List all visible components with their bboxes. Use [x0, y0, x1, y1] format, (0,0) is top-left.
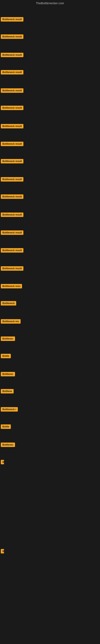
bottleneck-item[interactable]: Bottlenec [1, 372, 15, 377]
bottleneck-badge: Bottlenec [1, 372, 15, 376]
bottleneck-item[interactable]: Bottleneck result [1, 70, 23, 75]
bottleneck-badge: Bottleneck result [1, 194, 23, 199]
bottleneck-item[interactable]: Bottleneck result [1, 106, 23, 111]
bottleneck-badge: Bottleneck result [1, 248, 23, 252]
bottleneck-item[interactable]: Bottleneck result [1, 17, 23, 22]
bottleneck-badge: Bottlene [1, 389, 14, 394]
bottleneck-badge: Bottleneck result [1, 124, 23, 128]
bottleneck-badge: Bottleneck result [1, 142, 23, 146]
bottleneck-badge: Bottleneck result [1, 88, 23, 93]
bottleneck-item[interactable]: Bottleneck r [1, 407, 18, 412]
items-container: Bottleneck resultBottleneck resultBottle… [0, 6, 100, 644]
bottleneck-badge: Bottleneck result [1, 230, 23, 235]
bottleneck-badge: Bottleneck result [1, 212, 23, 217]
bottleneck-item[interactable]: B [1, 549, 4, 554]
bottleneck-badge: Bottlenec [1, 442, 15, 447]
bottleneck-badge: Bottleneck resu [1, 284, 22, 288]
bottleneck-badge: Bottleneck r [1, 407, 18, 412]
bottleneck-item[interactable]: Bottleneck resu [1, 284, 22, 289]
bottleneck-badge: Bottleneck result [1, 177, 23, 182]
bottleneck-badge: B [1, 460, 4, 464]
bottleneck-badge: Bottlenec [1, 336, 15, 341]
bottleneck-badge: B [1, 549, 4, 554]
bottleneck-item[interactable]: Bottleneck result [1, 248, 23, 253]
bottleneck-item[interactable]: Bottleneck result [1, 142, 23, 147]
bottleneck-item[interactable]: Bottleneck result [1, 159, 23, 164]
bottleneck-item[interactable]: Bottleneck result [1, 194, 23, 200]
bottleneck-item[interactable]: Bottleneck result [1, 124, 23, 129]
bottleneck-item[interactable]: Bottle [1, 424, 11, 430]
site-title: TheBottlenecker.com [36, 2, 64, 5]
bottleneck-badge: Bottleneck [1, 301, 16, 306]
bottleneck-item[interactable]: Bottleneck result [1, 177, 23, 182]
bottleneck-badge: Bottleneck result [1, 106, 23, 110]
bottleneck-item[interactable]: Bottlene [1, 389, 14, 394]
bottleneck-item[interactable]: Bottleneck result [1, 34, 23, 40]
bottleneck-item[interactable]: Bottlenec [1, 336, 15, 342]
bottleneck-item[interactable]: Bottlenec [1, 442, 15, 448]
bottleneck-item[interactable]: B [1, 460, 4, 465]
bottleneck-badge: Bottleneck result [1, 34, 23, 39]
bottleneck-badge: Bottleneck result [1, 53, 23, 57]
bottleneck-badge: Bottleneck result [1, 266, 23, 271]
bottleneck-badge: Bottleneck result [1, 159, 23, 164]
bottleneck-badge: Bottleneck res [1, 319, 21, 324]
bottleneck-badge: Bottleneck result [1, 17, 23, 22]
bottleneck-item[interactable]: Bottleneck [1, 301, 16, 306]
site-header: TheBottlenecker.com [0, 0, 100, 6]
bottleneck-item[interactable]: Bottleneck result [1, 230, 23, 236]
bottleneck-badge: Bottle [1, 354, 11, 358]
bottleneck-item[interactable]: Bottleneck result [1, 266, 23, 272]
bottleneck-badge: Bottle [1, 424, 11, 429]
bottleneck-item[interactable]: Bottleneck res [1, 319, 21, 324]
bottleneck-item[interactable]: Bottleneck result [1, 53, 23, 58]
bottleneck-item[interactable]: Bottleneck result [1, 88, 23, 94]
bottleneck-item[interactable]: Bottle [1, 354, 11, 359]
bottleneck-badge: Bottleneck result [1, 70, 23, 74]
bottleneck-item[interactable]: Bottleneck result [1, 212, 23, 218]
